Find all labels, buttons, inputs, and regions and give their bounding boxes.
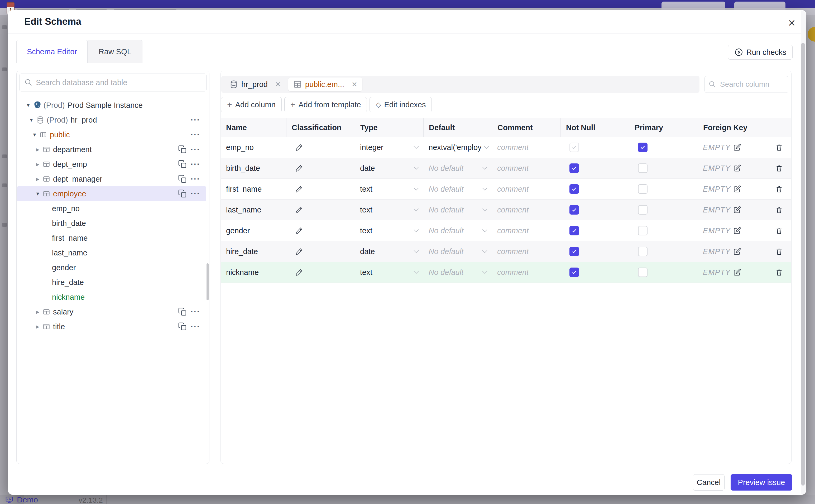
close-chip-icon[interactable]: ✕ xyxy=(351,80,357,89)
close-chip-icon[interactable]: ✕ xyxy=(275,80,281,89)
run-checks-button[interactable]: Run checks xyxy=(728,45,793,60)
primary-checkbox[interactable] xyxy=(638,205,648,215)
caret-right-icon[interactable]: ▸ xyxy=(33,308,42,316)
type-select[interactable]: date xyxy=(355,164,423,173)
tree-node-table-dept-manager[interactable]: ▸ dept_manager ··· xyxy=(17,172,206,186)
tree-column-gender[interactable]: gender xyxy=(17,260,206,275)
tree-node-table-department[interactable]: ▸ department ··· xyxy=(17,142,206,157)
delete-row-trash-icon[interactable] xyxy=(775,143,783,152)
tab-raw-sql[interactable]: Raw SQL xyxy=(88,40,142,63)
tree-node-database[interactable]: ▾ (Prod) hr_prod ··· xyxy=(17,113,206,127)
delete-row-trash-icon[interactable] xyxy=(775,226,783,235)
more-actions-icon[interactable]: ··· xyxy=(191,189,200,198)
copy-icon[interactable] xyxy=(178,322,187,331)
default-select[interactable]: No default xyxy=(423,206,492,214)
type-select[interactable]: text xyxy=(355,185,423,193)
more-actions-icon[interactable]: ··· xyxy=(191,322,200,331)
tree-column-birth-date[interactable]: birth_date xyxy=(17,216,206,231)
tab-schema-editor[interactable]: Schema Editor xyxy=(16,40,88,63)
not-null-checkbox[interactable] xyxy=(570,268,579,277)
add-column-button[interactable]: + Add column xyxy=(221,97,282,112)
classification-pencil-icon[interactable] xyxy=(295,268,303,276)
tree-column-last-name[interactable]: last_name xyxy=(17,245,206,260)
chip-database-hr-prod[interactable]: hr_prod ✕ xyxy=(224,77,286,91)
type-select[interactable]: text xyxy=(355,226,423,235)
classification-pencil-icon[interactable] xyxy=(295,248,303,255)
caret-down-icon[interactable]: ▾ xyxy=(23,102,33,109)
primary-checkbox[interactable] xyxy=(638,163,648,173)
more-actions-icon[interactable]: ··· xyxy=(191,175,200,183)
tree-column-emp-no[interactable]: emp_no xyxy=(17,201,206,216)
type-select[interactable]: integer xyxy=(355,143,423,152)
tree-node-schema-public[interactable]: ▾ public ··· xyxy=(17,127,206,142)
caret-right-icon[interactable]: ▸ xyxy=(33,175,42,183)
delete-row-trash-icon[interactable] xyxy=(775,247,783,256)
delete-row-trash-icon[interactable] xyxy=(775,185,783,193)
type-select[interactable]: text xyxy=(355,268,423,277)
classification-pencil-icon[interactable] xyxy=(295,185,303,193)
edit-foreign-key-icon[interactable] xyxy=(733,227,741,235)
tree-column-first-name[interactable]: first_name xyxy=(17,231,206,245)
modal-scrollbar-thumb[interactable] xyxy=(801,43,805,486)
more-actions-icon[interactable]: ··· xyxy=(191,307,200,316)
more-actions-icon[interactable]: ··· xyxy=(191,130,200,139)
not-null-checkbox[interactable] xyxy=(570,226,579,235)
primary-checkbox[interactable] xyxy=(638,268,648,277)
classification-pencil-icon[interactable] xyxy=(295,143,303,151)
chip-table-public-employee[interactable]: public.em... ✕ xyxy=(288,77,362,91)
caret-down-icon[interactable]: ▾ xyxy=(33,190,42,197)
tree-node-table-employee[interactable]: ▾ employee ··· xyxy=(17,186,206,201)
caret-right-icon[interactable]: ▸ xyxy=(33,323,42,330)
copy-icon[interactable] xyxy=(178,160,187,169)
not-null-checkbox[interactable] xyxy=(570,163,579,173)
delete-row-trash-icon[interactable] xyxy=(775,206,783,214)
copy-icon[interactable] xyxy=(178,145,187,154)
not-null-checkbox[interactable] xyxy=(570,143,579,152)
primary-checkbox[interactable] xyxy=(638,184,648,194)
tree-node-table-salary[interactable]: ▸ salary ··· xyxy=(17,304,206,319)
not-null-checkbox[interactable] xyxy=(570,205,579,215)
modal-scrollbar-track[interactable] xyxy=(801,11,806,494)
comment-input[interactable]: comment xyxy=(497,185,529,193)
default-select[interactable]: No default xyxy=(423,164,492,173)
primary-checkbox[interactable] xyxy=(638,226,648,235)
caret-down-icon[interactable]: ▾ xyxy=(30,131,39,138)
add-from-template-button[interactable]: + Add from template xyxy=(284,97,367,112)
default-select[interactable]: nextval('employ xyxy=(423,143,492,152)
tree-node-instance[interactable]: ▾ (Prod) Prod Sample Instance xyxy=(17,98,206,113)
copy-icon[interactable] xyxy=(178,307,187,316)
tree-node-table-title[interactable]: ▸ title ··· xyxy=(17,319,206,334)
preview-issue-button[interactable]: Preview issue xyxy=(731,474,792,491)
edit-foreign-key-icon[interactable] xyxy=(733,185,741,193)
comment-input[interactable]: comment xyxy=(497,247,529,256)
caret-right-icon[interactable]: ▸ xyxy=(33,146,42,153)
type-select[interactable]: text xyxy=(355,206,423,214)
tree-search-input[interactable] xyxy=(19,74,206,91)
more-actions-icon[interactable]: ··· xyxy=(191,145,200,154)
more-actions-icon[interactable]: ··· xyxy=(191,115,200,124)
edit-foreign-key-icon[interactable] xyxy=(733,268,741,276)
close-icon[interactable]: ✕ xyxy=(784,16,799,31)
comment-input[interactable]: comment xyxy=(497,226,529,235)
edit-foreign-key-icon[interactable] xyxy=(733,248,741,255)
comment-input[interactable]: comment xyxy=(497,143,529,152)
not-null-checkbox[interactable] xyxy=(570,247,579,256)
caret-right-icon[interactable]: ▸ xyxy=(33,161,42,168)
edit-indexes-button[interactable]: ◇ Edit indexes xyxy=(369,97,432,112)
delete-row-trash-icon[interactable] xyxy=(775,268,783,277)
classification-pencil-icon[interactable] xyxy=(295,164,303,172)
more-actions-icon[interactable]: ··· xyxy=(191,160,200,169)
primary-checkbox[interactable] xyxy=(638,247,648,256)
not-null-checkbox[interactable] xyxy=(570,184,579,194)
copy-icon[interactable] xyxy=(178,175,187,183)
copy-icon[interactable] xyxy=(178,189,187,198)
comment-input[interactable]: comment xyxy=(497,268,529,277)
default-select[interactable]: No default xyxy=(423,185,492,193)
edit-foreign-key-icon[interactable] xyxy=(733,143,741,151)
caret-down-icon[interactable]: ▾ xyxy=(27,117,36,123)
comment-input[interactable]: comment xyxy=(497,206,529,214)
classification-pencil-icon[interactable] xyxy=(295,206,303,214)
primary-checkbox[interactable] xyxy=(638,143,648,152)
comment-input[interactable]: comment xyxy=(497,164,529,173)
edit-foreign-key-icon[interactable] xyxy=(733,206,741,214)
